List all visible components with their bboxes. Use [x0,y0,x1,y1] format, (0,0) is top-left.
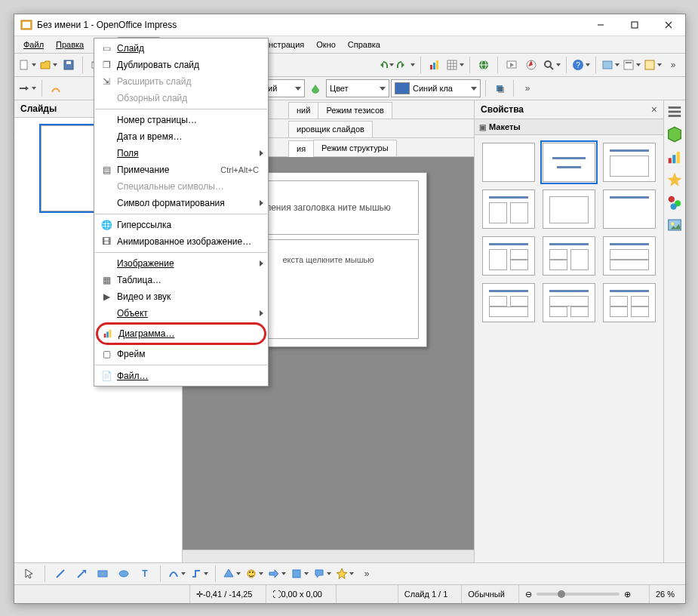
layout-blank[interactable] [482,143,535,182]
insert-video-sound[interactable]: ▶Видео и звук [94,288,268,305]
connector-tool[interactable] [189,564,209,584]
maximize-button[interactable] [617,14,651,35]
curve-tool[interactable] [167,564,186,584]
arrow-line-tool[interactable] [72,564,91,584]
help-button[interactable]: ? [571,55,591,75]
fill-color-icon[interactable] [306,79,324,98]
line-tool[interactable] [51,564,69,584]
navigator-button[interactable] [522,55,540,75]
layout-12[interactable] [603,283,656,322]
fill-color-combo[interactable]: Синий кла [391,79,481,97]
tab-thesis[interactable]: Режим тезисов [318,102,392,119]
shadow-button[interactable] [490,79,509,98]
layout-8[interactable] [543,236,595,276]
insert-note[interactable]: ▤ПримечаниеCtrl+Alt+C [94,162,268,178]
new-button[interactable] [17,55,37,75]
line-style-button[interactable] [47,79,65,98]
slide-design-button[interactable] [643,55,663,75]
layouts-section-header[interactable]: Макеты [475,119,663,135]
open-button[interactable] [38,55,58,75]
pointer-tool[interactable] [20,564,38,584]
star-icon[interactable] [666,171,683,188]
insert-chart[interactable]: Диаграмма… [96,322,266,345]
svg-rect-55 [293,570,300,578]
mini-chart-icon[interactable] [666,149,683,165]
stars-tool[interactable] [335,564,355,584]
sidebar-menu-icon[interactable] [666,103,683,120]
close-button[interactable] [651,14,685,35]
insert-formatting-mark[interactable]: Символ форматирования [94,195,268,211]
tab-normal[interactable]: ия [288,140,314,157]
gallery-button[interactable] [601,55,620,75]
insert-image[interactable]: Изображение [94,255,268,272]
save-button[interactable] [60,55,78,75]
layout-title[interactable] [543,143,595,182]
ellipse-tool[interactable] [115,564,133,584]
arrow-style-button[interactable] [17,79,37,98]
horizontal-scrollbar[interactable] [183,550,474,562]
slideshow-button[interactable] [503,55,521,75]
minimize-button[interactable] [583,14,617,35]
menu-edit[interactable]: Правка [50,37,90,52]
effects-icon[interactable] [666,194,683,211]
menu-help[interactable]: Справка [342,37,386,52]
zoom-in-button[interactable]: ⊕ [624,590,631,599]
zoom-button[interactable] [542,55,561,75]
close-properties-button[interactable]: × [651,103,657,116]
rectangle-tool[interactable] [94,564,112,584]
fill-type-combo[interactable]: Цвет [326,79,389,97]
svg-rect-39 [669,158,672,163]
layout-11[interactable] [543,283,595,322]
table-button[interactable] [445,55,465,75]
layout-title-only[interactable] [603,189,656,229]
drawbar-overflow[interactable]: » [358,564,376,584]
toolbar-overflow[interactable]: » [664,55,682,75]
layout-title-content[interactable] [603,143,656,182]
zoom-slider[interactable] [537,593,620,596]
layout-10[interactable] [482,283,535,322]
globe-icon: 🌐 [99,220,114,230]
tab-sorter[interactable]: ировщик слайдов [288,121,373,137]
layout-7[interactable] [482,236,535,276]
insert-fields[interactable]: Поля [94,145,268,162]
toolbar2-overflow[interactable]: » [518,79,537,98]
insert-table[interactable]: ▦Таблица… [94,272,268,288]
tab-outline[interactable]: Режим структуры [313,140,397,156]
status-zoom[interactable]: 26 % [649,585,681,603]
picture-icon[interactable] [666,217,683,233]
block-arrows-tool[interactable] [267,564,287,584]
redo-button[interactable] [396,55,416,75]
menu-file[interactable]: Файл [17,37,50,52]
line-end-combo[interactable]: ий [264,79,305,97]
frame-icon: ▢ [99,349,114,359]
zoom-out-button[interactable]: ⊖ [525,590,532,599]
insert-frame[interactable]: ▢Фрейм [94,346,268,362]
chart-button[interactable] [426,55,444,75]
basic-shapes-tool[interactable] [222,564,241,584]
text-tool[interactable]: T [136,564,154,584]
insert-slide[interactable]: ▭Слайд [94,40,268,57]
callouts-tool[interactable] [312,564,332,584]
symbol-shapes-tool[interactable] [244,564,264,584]
insert-hyperlink[interactable]: 🌐Гиперссылка [94,217,268,233]
insert-object[interactable]: Объект [94,305,268,322]
tab-partial[interactable]: ний [288,102,318,119]
insert-duplicate-slide[interactable]: ❐Дублировать слайд [94,57,268,73]
layout-content-only[interactable] [543,189,595,229]
menu-window[interactable]: Окно [310,37,342,52]
flowchart-tool[interactable] [290,564,309,584]
slide-layout-button[interactable] [622,55,641,75]
insert-file[interactable]: 📄Файл… [94,368,268,384]
cube-icon[interactable] [666,126,683,143]
media-icon: ▶ [99,291,114,302]
status-layout[interactable]: Обычный [461,585,511,603]
insert-page-number[interactable]: Номер страницы… [94,112,268,128]
insert-animated-image[interactable]: 🎞Анимированное изображение… [94,233,268,250]
svg-line-48 [78,571,84,578]
insert-date-time[interactable]: Дата и время… [94,128,268,145]
layout-9[interactable] [603,236,656,276]
layout-two-content[interactable] [482,189,535,229]
zoom-knob[interactable] [558,590,565,598]
undo-button[interactable] [375,55,395,75]
hyperlink-button[interactable] [475,55,493,75]
